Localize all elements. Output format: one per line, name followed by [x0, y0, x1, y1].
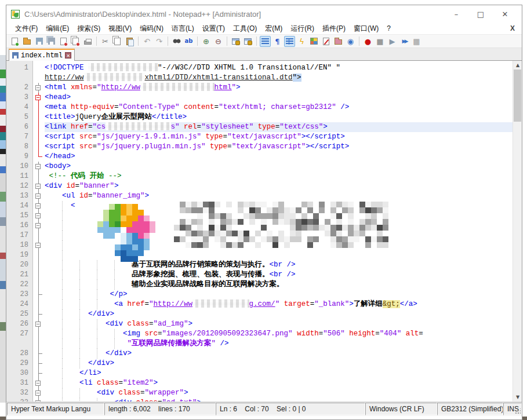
- fold-margin[interactable]: [33, 191, 45, 201]
- code-row-32[interactable]: 32 <div class="wrapper">: [6, 388, 513, 398]
- menu-item-tools[interactable]: 工具(O): [229, 24, 261, 34]
- code-row-10[interactable]: 10<body>: [6, 162, 513, 171]
- fold-margin[interactable]: [33, 319, 45, 329]
- save-all-icon[interactable]: [46, 36, 57, 47]
- maximize-button[interactable]: □: [468, 5, 493, 23]
- line-number: 31: [6, 378, 33, 388]
- menu-item-plugins[interactable]: 插件(P): [318, 24, 350, 34]
- code-row-6[interactable]: 6<link href="css" rel="stylesheet" type=…: [6, 122, 513, 132]
- menu-item-macro[interactable]: 宏(M): [261, 24, 286, 34]
- menu-item-file[interactable]: 文件(F): [11, 24, 42, 34]
- code-row-11[interactable]: 11 <!-- 代码 开始 -->: [6, 171, 513, 181]
- fold-margin[interactable]: [33, 378, 45, 388]
- code-row-1[interactable]: 1<!DOCTYPE "-//W3C//DTD XHTML 1.0 Transi…: [6, 63, 513, 73]
- copy-icon[interactable]: [112, 36, 123, 47]
- menu-item-run[interactable]: 运行(R): [286, 24, 318, 34]
- code-row-30[interactable]: 30 </li>: [6, 368, 513, 378]
- menu-item-search[interactable]: 搜索(S): [73, 24, 104, 34]
- title-bar[interactable]: C:\Users\Administrator\Desktop\index.htm…: [6, 5, 522, 23]
- print-icon[interactable]: [82, 36, 93, 47]
- scrollbar-thumb[interactable]: [514, 70, 521, 122]
- shortcut-mapper-icon[interactable]: ϟ: [296, 36, 307, 47]
- code-row-21[interactable]: 21 品牌形象挖掘、梳理、包装、表现与传播。<br />: [6, 270, 513, 280]
- macro-stop-icon[interactable]: ■: [375, 36, 386, 47]
- fold-margin[interactable]: [33, 211, 45, 221]
- macro-record-icon[interactable]: ●: [362, 36, 373, 47]
- code-row-8[interactable]: 8<script src="js/jquery.plugin.min.js" t…: [6, 142, 513, 152]
- zoom-out-icon[interactable]: ⊖: [213, 36, 224, 47]
- paste-icon[interactable]: [124, 36, 135, 47]
- menu-close-icon[interactable]: X: [510, 24, 515, 32]
- folder-as-workspace-icon[interactable]: [333, 36, 344, 47]
- monitoring-icon[interactable]: ◉: [345, 36, 356, 47]
- code-row-22[interactable]: 22 辅助企业实现品牌战略目标的互联网解决方案。: [6, 280, 513, 290]
- code-row-23[interactable]: 23 </p>: [6, 290, 513, 300]
- code-row-5[interactable]: 5<title>jQuery企业展示型网站</title>: [6, 112, 513, 122]
- code-row-25[interactable]: 25 </div>: [6, 309, 513, 319]
- menu-item-language[interactable]: 语言(L): [168, 24, 198, 34]
- replace-icon[interactable]: ab: [183, 36, 194, 47]
- find-icon[interactable]: [171, 36, 182, 47]
- show-all-characters-icon[interactable]: ¶: [272, 36, 283, 47]
- code-row-19[interactable]: 19: [6, 250, 513, 260]
- code-row-9[interactable]: 9</head>: [6, 152, 513, 162]
- code-row-2[interactable]: 2<html xmlns="http://wwhtml">: [6, 83, 513, 93]
- macro-run-multiple-icon[interactable]: ▶▶: [399, 36, 410, 47]
- tab-close-icon[interactable]: ✕: [65, 52, 71, 59]
- fold-margin[interactable]: [33, 162, 45, 171]
- sync-vertical-scroll-icon[interactable]: [230, 36, 241, 47]
- fold-margin[interactable]: [33, 201, 45, 211]
- fold-margin[interactable]: [33, 93, 45, 103]
- code-row-7[interactable]: 7<script src="js/jquery-1.9.1.min.js" ty…: [6, 132, 513, 142]
- fold-margin[interactable]: [33, 181, 45, 191]
- scroll-down-arrow-icon[interactable]: ▼: [513, 393, 522, 401]
- sync-horizontal-scroll-icon[interactable]: [242, 36, 253, 47]
- close-button[interactable]: ✕: [493, 5, 517, 23]
- code-row-28[interactable]: 28 </div>: [6, 349, 513, 359]
- menu-item-window[interactable]: 窗口(W): [350, 24, 383, 34]
- open-file-icon[interactable]: [21, 36, 32, 47]
- indent-guide-line: [114, 270, 115, 280]
- menu-item-help[interactable]: ?: [383, 24, 395, 32]
- menu-item-edit[interactable]: 编辑(E): [42, 24, 73, 34]
- code-row-12[interactable]: 12<div id="banner">: [6, 181, 513, 191]
- code-row-wrap-1[interactable]: http://wwxhtml1/DTD/xhtml1-transitional.…: [6, 73, 513, 83]
- zoom-in-icon[interactable]: ⊕: [201, 36, 212, 47]
- code-row-27[interactable]: 27 <img src="images/20120905092323647.pn…: [6, 329, 513, 339]
- code-row-31[interactable]: 31 <li class="item2">: [6, 378, 513, 388]
- code-row-29[interactable]: 29 </div>: [6, 359, 513, 368]
- new-file-icon[interactable]: [9, 36, 20, 47]
- redo-icon[interactable]: ↷: [154, 36, 165, 47]
- code-row-26[interactable]: 26 <div class="ad_img">: [6, 319, 513, 329]
- vertical-scrollbar[interactable]: ▲ ▼: [513, 61, 522, 401]
- scroll-up-arrow-icon[interactable]: ▲: [513, 61, 522, 70]
- word-wrap-icon[interactable]: [260, 36, 271, 47]
- menu-item-settings[interactable]: 设置(T): [198, 24, 229, 34]
- menu-item-encoding[interactable]: 编码(N): [136, 24, 168, 34]
- indent-guide-icon[interactable]: [284, 36, 295, 47]
- undo-icon[interactable]: ↶: [141, 36, 152, 47]
- code-row-13[interactable]: 13 <ul id="banner_img">: [6, 191, 513, 201]
- toolbar-separator: [168, 36, 168, 46]
- close-all-icon[interactable]: [70, 36, 81, 47]
- close-icon[interactable]: [58, 36, 69, 47]
- code-row-4[interactable]: 4<meta http-equiv="Content-Type" content…: [6, 103, 513, 112]
- fold-margin[interactable]: [33, 388, 45, 398]
- tab-index-html[interactable]: index.html ✕: [9, 49, 75, 61]
- cut-icon[interactable]: ✂: [100, 36, 111, 47]
- fold-margin[interactable]: [33, 240, 45, 250]
- code-row-wrap-28[interactable]: "互联网品牌传播解决方案" />: [6, 339, 513, 349]
- macro-save-icon[interactable]: ▦: [411, 36, 422, 47]
- fold-margin[interactable]: [33, 83, 45, 93]
- fold-margin[interactable]: [33, 221, 45, 231]
- macro-play-icon[interactable]: ▶: [387, 36, 398, 47]
- minimize-button[interactable]: –: [444, 5, 468, 23]
- save-icon[interactable]: [34, 36, 45, 47]
- code-row-3[interactable]: 3<head>: [6, 93, 513, 103]
- code-row-24[interactable]: 24 <a href="http://wwg.com/" target="_bl…: [6, 300, 513, 309]
- menu-item-view[interactable]: 视图(V): [104, 24, 136, 34]
- desktop-left-strip: [0, 55, 6, 403]
- code-row-20[interactable]: 20 基于互联网的品牌行销策略的策划与执行。<br />: [6, 260, 513, 270]
- document-map-icon[interactable]: [308, 36, 319, 47]
- document-switcher-icon[interactable]: [321, 36, 332, 47]
